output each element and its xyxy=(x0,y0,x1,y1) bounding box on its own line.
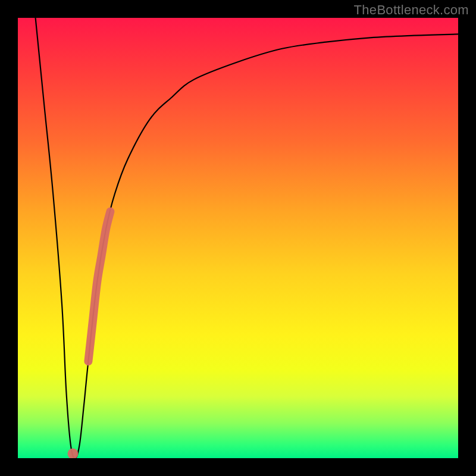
highlight-segment-line xyxy=(88,212,110,362)
highlight-dot-marker xyxy=(68,449,79,458)
watermark-text: TheBottleneck.com xyxy=(354,2,469,18)
bottleneck-curve-line xyxy=(36,18,458,458)
chart-svg xyxy=(18,18,458,458)
